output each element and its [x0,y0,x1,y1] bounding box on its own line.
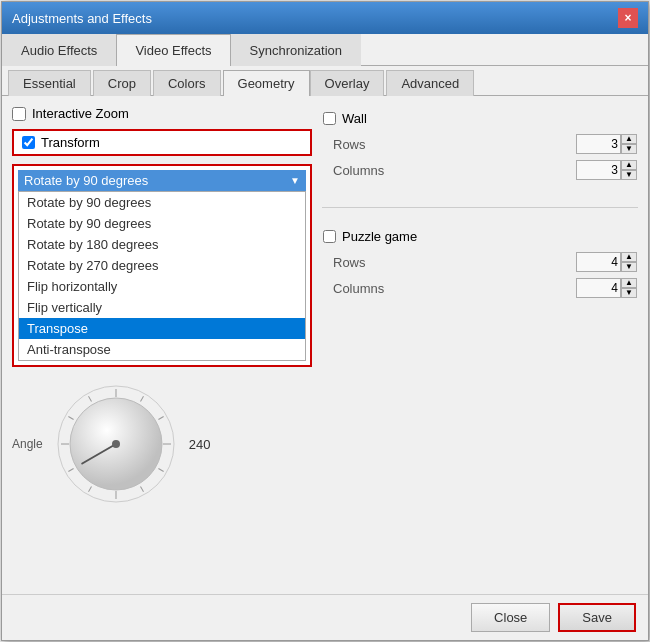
wall-checkbox[interactable] [323,112,336,125]
svg-line-5 [158,469,163,472]
wall-columns-spin-buttons: ▲ ▼ [621,160,637,180]
puzzle-rows-spin-up[interactable]: ▲ [621,252,637,262]
tab-video-effects[interactable]: Video Effects [116,34,230,66]
right-panel: Wall Rows ▲ ▼ Columns [322,106,638,584]
puzzle-columns-row: Columns ▲ ▼ [323,278,637,298]
sub-tab-colors[interactable]: Colors [153,70,221,96]
puzzle-header: Puzzle game [323,229,637,244]
content-area: Interactive Zoom Transform Rotate by 90 … [2,96,648,594]
wall-rows-spinbox: ▲ ▼ [576,134,637,154]
close-icon-button[interactable]: × [618,8,638,28]
dropdown-selected-value: Rotate by 90 degrees [24,173,148,188]
puzzle-rows-input[interactable] [576,252,621,272]
section-divider [322,207,638,208]
puzzle-rows-row: Rows ▲ ▼ [323,252,637,272]
dropdown-item-anti-transpose[interactable]: Anti-transpose [19,339,305,360]
dialog-title: Adjustments and Effects [12,11,152,26]
sub-tab-overlay[interactable]: Overlay [310,70,385,96]
wall-rows-spin-up[interactable]: ▲ [621,134,637,144]
puzzle-columns-label: Columns [333,281,403,296]
wall-header: Wall [323,111,637,126]
svg-line-8 [88,486,91,491]
main-tabs-bar: Audio Effects Video Effects Synchronizat… [2,34,648,66]
wall-columns-label: Columns [333,163,403,178]
angle-value-display: 240 [189,437,211,452]
wall-columns-input[interactable] [576,160,621,180]
sub-tab-advanced[interactable]: Advanced [386,70,474,96]
wall-rows-spin-buttons: ▲ ▼ [621,134,637,154]
puzzle-columns-spin-up[interactable]: ▲ [621,278,637,288]
wall-label: Wall [342,111,367,126]
wall-rows-label: Rows [333,137,403,152]
puzzle-columns-spin-down[interactable]: ▼ [621,288,637,298]
transform-box: Transform [12,129,312,156]
dropdown-list: Rotate by 90 degrees Rotate by 90 degree… [18,191,306,361]
dropdown-item-flip-h[interactable]: Flip horizontally [19,276,305,297]
puzzle-section: Puzzle game Rows ▲ ▼ Columns [322,224,638,309]
angle-section: Angle [12,379,312,509]
angle-knob-wrapper [51,379,181,509]
wall-rows-spin-down[interactable]: ▼ [621,144,637,154]
sub-tab-crop[interactable]: Crop [93,70,151,96]
svg-line-3 [158,417,163,420]
interactive-zoom-label: Interactive Zoom [32,106,129,121]
puzzle-rows-spin-buttons: ▲ ▼ [621,252,637,272]
transform-label: Transform [41,135,100,150]
wall-rows-row: Rows ▲ ▼ [323,134,637,154]
puzzle-rows-spinbox: ▲ ▼ [576,252,637,272]
wall-rows-input[interactable] [576,134,621,154]
sub-tabs-bar: Essential Crop Colors Geometry Overlay A… [2,66,648,96]
puzzle-checkbox[interactable] [323,230,336,243]
dropdown-arrow-icon: ▼ [290,175,300,186]
puzzle-label: Puzzle game [342,229,417,244]
wall-section: Wall Rows ▲ ▼ Columns [322,106,638,191]
wall-columns-row: Columns ▲ ▼ [323,160,637,180]
svg-point-15 [112,440,120,448]
dropdown-item-rotate90b[interactable]: Rotate by 90 degrees [19,213,305,234]
puzzle-columns-input[interactable] [576,278,621,298]
wall-columns-spin-down[interactable]: ▼ [621,170,637,180]
tab-audio-effects[interactable]: Audio Effects [2,34,116,66]
svg-line-11 [68,417,73,420]
angle-label: Angle [12,437,43,451]
svg-line-12 [88,396,91,401]
title-bar: Adjustments and Effects × [2,2,648,34]
svg-line-9 [68,469,73,472]
wall-columns-spinbox: ▲ ▼ [576,160,637,180]
save-button[interactable]: Save [558,603,636,632]
wall-columns-spin-up[interactable]: ▲ [621,160,637,170]
dropdown-header[interactable]: Rotate by 90 degrees ▼ [18,170,306,191]
dropdown-item-rotate90a[interactable]: Rotate by 90 degrees [19,192,305,213]
dropdown-item-rotate180[interactable]: Rotate by 180 degrees [19,234,305,255]
puzzle-columns-spin-buttons: ▲ ▼ [621,278,637,298]
puzzle-rows-label: Rows [333,255,403,270]
sub-tab-essential[interactable]: Essential [8,70,91,96]
left-panel: Interactive Zoom Transform Rotate by 90 … [12,106,312,584]
svg-line-6 [140,486,143,491]
angle-knob-svg[interactable] [51,379,181,509]
puzzle-rows-spin-down[interactable]: ▼ [621,262,637,272]
transform-dropdown-container: Rotate by 90 degrees ▼ Rotate by 90 degr… [12,164,312,367]
dropdown-item-rotate270[interactable]: Rotate by 270 degrees [19,255,305,276]
close-button[interactable]: Close [471,603,550,632]
bottom-bar: Close Save [2,594,648,640]
svg-line-2 [140,396,143,401]
dropdown-item-transpose[interactable]: Transpose [19,318,305,339]
dropdown-item-flip-v[interactable]: Flip vertically [19,297,305,318]
dialog-window: Adjustments and Effects × Audio Effects … [1,1,649,641]
interactive-zoom-row: Interactive Zoom [12,106,312,121]
interactive-zoom-checkbox[interactable] [12,107,26,121]
transform-checkbox[interactable] [22,136,35,149]
tab-synchronization[interactable]: Synchronization [231,34,362,66]
puzzle-columns-spinbox: ▲ ▼ [576,278,637,298]
sub-tab-geometry[interactable]: Geometry [223,70,310,96]
